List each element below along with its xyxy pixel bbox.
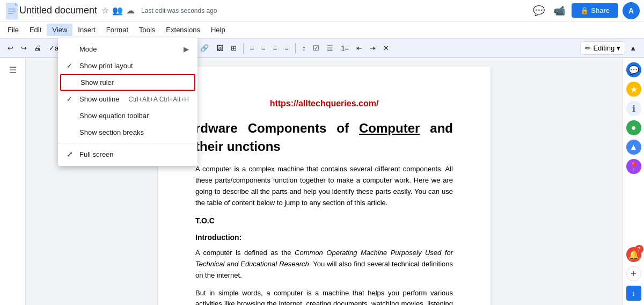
- svg-rect-2: [8, 9, 16, 10]
- image-button[interactable]: 🖼: [213, 42, 226, 54]
- title-bar: Untitled document ☆ 👥 ☁ Last edit was se…: [0, 0, 644, 21]
- mode-arrow-icon: ▶: [184, 45, 189, 53]
- align-left-button[interactable]: ≡: [247, 42, 258, 54]
- sidebar-location-icon[interactable]: ●: [626, 120, 641, 135]
- mode-label: Mode: [79, 45, 97, 53]
- increase-indent-button[interactable]: ⇥: [367, 42, 379, 54]
- sidebar-info-icon[interactable]: ℹ: [626, 101, 641, 116]
- svg-rect-4: [8, 13, 13, 14]
- share-button[interactable]: 🔒 Share: [572, 3, 618, 18]
- avatar[interactable]: A: [623, 2, 640, 19]
- menu-insert[interactable]: Insert: [72, 24, 101, 36]
- menu-extensions[interactable]: Extensions: [160, 24, 206, 36]
- para1: A computer is defined as the Common Oper…: [195, 248, 453, 281]
- notification-icon-wrapper: 🔔 7: [626, 247, 641, 262]
- clear-format-button[interactable]: ✕: [380, 42, 392, 54]
- last-edit: Last edit was seconds ago: [141, 7, 531, 14]
- menu-file[interactable]: File: [2, 24, 24, 36]
- show-ruler-label: Show ruler: [80, 78, 114, 86]
- para2: But in simple words, a computer is a mac…: [195, 288, 453, 305]
- mode-check: [67, 45, 77, 53]
- align-center-button[interactable]: ≡: [258, 42, 269, 54]
- editing-label: Editing: [593, 44, 614, 52]
- sidebar-chat-icon[interactable]: ★: [626, 82, 641, 97]
- sidebar-list-icon[interactable]: ☰: [5, 62, 20, 77]
- redo-button[interactable]: ↪: [18, 42, 30, 54]
- doc-icon: [4, 1, 19, 20]
- chevron-down-icon: ▾: [617, 44, 620, 52]
- arrow-button[interactable]: ↓: [626, 286, 641, 301]
- doc-heading: rdware Components of Computer and their …: [195, 119, 453, 155]
- intro-para: A computer is a complex machine that con…: [195, 164, 453, 208]
- full-screen-label: Full screen: [79, 150, 114, 158]
- show-print-layout-item[interactable]: ✓ Show print layout: [58, 57, 197, 74]
- outline-shortcut: Ctrl+Alt+A Ctrl+Alt+H: [128, 96, 189, 103]
- intro-heading: Introduction:: [195, 231, 453, 243]
- doc-page: https://alltechqueries.com/ rdware Compo…: [158, 67, 491, 305]
- right-sidebar-bottom: 🔔 7 + ↓: [626, 247, 641, 301]
- show-equation-toolbar-label: Show equation toolbar: [79, 112, 149, 120]
- menu-mode-item[interactable]: Mode ▶: [58, 41, 197, 57]
- decrease-indent-button[interactable]: ⇤: [353, 42, 365, 54]
- menu-edit[interactable]: Edit: [24, 24, 47, 36]
- print-button[interactable]: 🖨: [31, 42, 45, 54]
- dropdown-separator: [58, 143, 197, 143]
- menu-bar: File Edit View Insert Format Tools Exten…: [0, 21, 644, 39]
- show-section-breaks-item[interactable]: Show section breaks: [58, 124, 197, 141]
- collapse-toolbar-button[interactable]: ▲: [626, 42, 640, 54]
- show-equation-toolbar-item[interactable]: Show equation toolbar: [58, 107, 197, 124]
- people-icon[interactable]: 👥: [112, 5, 123, 16]
- equation-check: [67, 112, 77, 120]
- svg-rect-3: [8, 11, 16, 12]
- editing-mode-button[interactable]: ✏ Editing ▾: [580, 41, 625, 55]
- right-buttons: 💬 📹 🔒 Share A: [531, 2, 640, 19]
- justify-button[interactable]: ≡: [281, 42, 292, 54]
- checklist-button[interactable]: ☑: [310, 42, 323, 54]
- link-button[interactable]: 🔗: [197, 42, 212, 54]
- menu-help[interactable]: Help: [206, 24, 231, 36]
- watermark: https://alltechqueries.com/: [195, 99, 453, 108]
- meet-btn[interactable]: 📹: [551, 3, 567, 19]
- sidebar-person-icon[interactable]: ▲: [626, 140, 641, 155]
- comment-icon-btn[interactable]: 💬: [531, 3, 547, 19]
- show-section-breaks-label: Show section breaks: [79, 128, 144, 136]
- left-sidebar: ☰: [0, 58, 26, 305]
- full-screen-expand-icon: ⤢: [67, 150, 77, 158]
- notification-badge: 7: [635, 245, 643, 253]
- doc-body: A computer is a complex machine that con…: [195, 164, 453, 305]
- show-ruler-item[interactable]: Show ruler: [60, 74, 195, 91]
- section-breaks-check: [67, 128, 77, 136]
- menu-format[interactable]: Format: [101, 24, 134, 36]
- toolbar-sep-5: [295, 43, 296, 54]
- sidebar-map-icon[interactable]: 📍: [626, 159, 641, 174]
- toolbar-sep-4: [243, 43, 244, 54]
- menu-view[interactable]: View: [47, 24, 72, 36]
- view-dropdown-menu: Mode ▶ ✓ Show print layout Show ruler ✓ …: [58, 38, 197, 166]
- lock-icon: 🔒: [580, 6, 589, 14]
- computer-underline: Computer: [359, 121, 420, 135]
- toc-heading: T.O.C: [195, 215, 453, 227]
- outline-check: ✓: [67, 95, 77, 103]
- show-outline-item[interactable]: ✓ Show outline Ctrl+Alt+A Ctrl+Alt+H: [58, 91, 197, 107]
- line-spacing-button[interactable]: ↕: [299, 42, 309, 54]
- align-menu-button[interactable]: ⊞: [228, 42, 240, 54]
- ruler-check: [68, 78, 78, 86]
- numbered-list-button[interactable]: 1≡: [338, 42, 352, 54]
- align-right-button[interactable]: ≡: [270, 42, 281, 54]
- show-outline-label: Show outline: [79, 95, 119, 103]
- print-layout-check: ✓: [67, 62, 77, 70]
- undo-button[interactable]: ↩: [4, 42, 17, 54]
- plus-button[interactable]: +: [626, 266, 641, 281]
- show-print-layout-label: Show print layout: [79, 62, 133, 70]
- pencil-icon: ✏: [585, 44, 591, 52]
- cloud-icon[interactable]: ☁: [126, 5, 135, 16]
- star-icon[interactable]: ☆: [101, 5, 109, 16]
- title-icons: ☆ 👥 ☁: [101, 5, 135, 16]
- full-screen-item[interactable]: ⤢ Full screen: [58, 146, 197, 163]
- right-sidebar: 💬 ★ ℹ ● ▲ 📍 🔔 7 + ↓: [623, 58, 644, 305]
- doc-title[interactable]: Untitled document: [19, 5, 97, 16]
- sidebar-comment-icon[interactable]: 💬: [626, 62, 641, 77]
- italic-text: Common Operating Machine Purposely Used …: [195, 249, 453, 268]
- menu-tools[interactable]: Tools: [134, 24, 160, 36]
- bullet-list-button[interactable]: ☰: [324, 42, 336, 54]
